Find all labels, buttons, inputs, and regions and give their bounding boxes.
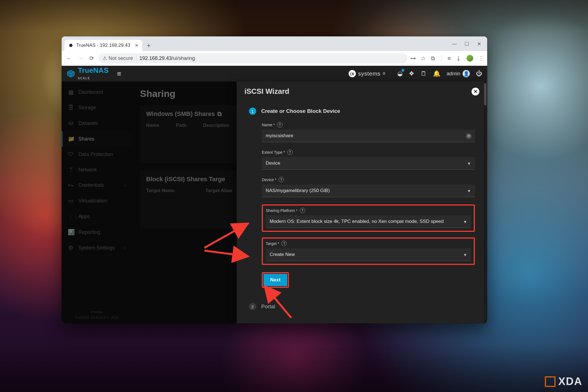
- field-device: Device *? NAS/mygamelibrary (250 GiB) ▼: [262, 177, 475, 197]
- status-icon[interactable]: ◒: [397, 70, 403, 77]
- step-2-title: Portal: [261, 304, 275, 310]
- password-key-icon[interactable]: ⊶: [410, 55, 416, 62]
- close-tab-icon[interactable]: ✕: [135, 43, 138, 48]
- new-tab-button[interactable]: ＋: [144, 41, 153, 50]
- browser-tab[interactable]: TrueNAS - 192.168.29.43 ✕: [64, 40, 142, 51]
- warning-icon: ⚠: [102, 55, 107, 61]
- omnibox[interactable]: ⚠ Not secure 192.168.29.43/ui/sharing: [99, 53, 407, 63]
- clipboard-icon[interactable]: 🗒: [421, 70, 427, 77]
- wizard-step-1-header: 1 Create or Choose Block Device: [249, 108, 475, 115]
- truenas-app: TrueNAS SCALE ≡ iX systems® ◒ ❖ 🗒 🔔 admi…: [62, 66, 487, 323]
- annotation-callout-target: Target *? Create New ▼: [262, 237, 475, 265]
- close-window-icon[interactable]: ✕: [477, 41, 482, 47]
- ixsystems-logo[interactable]: iX systems®: [349, 70, 386, 77]
- kebab-menu-icon[interactable]: ⋮: [478, 55, 484, 62]
- power-icon[interactable]: ⏻: [476, 70, 482, 77]
- minimize-icon[interactable]: ―: [452, 41, 457, 47]
- tab-strip: TrueNAS - 192.168.29.43 ✕ ＋ ― ☐ ✕: [62, 36, 487, 51]
- step-badge-1: 1: [249, 108, 256, 115]
- bell-icon[interactable]: 🔔: [433, 70, 440, 77]
- field-name: Name *? ✕: [262, 122, 475, 142]
- next-button[interactable]: Next: [263, 274, 287, 286]
- browser-window: TrueNAS - 192.168.29.43 ✕ ＋ ― ☐ ✕ ← → ⟳ …: [62, 36, 487, 323]
- layers-icon[interactable]: ❖: [409, 70, 414, 77]
- tab-title: TrueNAS - 192.168.29.43: [76, 43, 130, 48]
- security-chip[interactable]: ⚠ Not secure: [102, 55, 137, 61]
- reload-icon[interactable]: ⟳: [87, 54, 96, 62]
- truenas-logo[interactable]: TrueNAS SCALE: [67, 67, 109, 80]
- back-icon[interactable]: ←: [65, 54, 73, 62]
- sharing-platform-select[interactable]: Modern OS: Extent block size 4k, TPC ena…: [266, 215, 471, 228]
- target-select[interactable]: Create New: [266, 248, 471, 261]
- forward-icon[interactable]: →: [76, 54, 85, 62]
- bookmark-star-icon[interactable]: ☆: [421, 55, 426, 62]
- help-icon[interactable]: ?: [281, 241, 287, 246]
- help-icon[interactable]: ?: [287, 150, 293, 155]
- logo-cube-icon: [67, 69, 75, 78]
- step-badge-2: 2: [249, 303, 256, 310]
- iscsi-wizard-panel: iSCSI Wizard ✕ 1 Create or Choose Block …: [237, 81, 487, 323]
- extensions-icon[interactable]: ⧉: [431, 55, 435, 62]
- favicon-icon: [68, 43, 73, 48]
- help-icon[interactable]: ?: [279, 177, 284, 182]
- app-topbar: TrueNAS SCALE ≡ iX systems® ◒ ❖ 🗒 🔔 admi…: [62, 66, 487, 81]
- reading-list-icon[interactable]: ≡: [447, 55, 451, 62]
- maximize-icon[interactable]: ☐: [464, 41, 469, 47]
- profile-avatar-icon[interactable]: [466, 55, 473, 62]
- user-menu[interactable]: admin 👤: [447, 70, 470, 77]
- xda-watermark: XDA: [545, 375, 582, 388]
- downloads-icon[interactable]: ⭳: [456, 55, 461, 62]
- scrollbar[interactable]: [484, 81, 487, 323]
- scrollbar-thumb[interactable]: [484, 83, 486, 106]
- hamburger-icon[interactable]: ≡: [117, 69, 121, 78]
- help-icon[interactable]: ?: [300, 208, 305, 213]
- extent-type-select[interactable]: Device: [262, 157, 475, 170]
- close-icon[interactable]: ✕: [472, 88, 479, 95]
- clear-input-icon[interactable]: ✕: [466, 133, 472, 139]
- name-input[interactable]: [262, 130, 475, 142]
- step-1-title: Create or Choose Block Device: [261, 108, 340, 114]
- ix-badge-icon: iX: [349, 70, 356, 77]
- addrbar-icons: ⊶ ☆ ⧉ ≡ ⭳ ⋮: [410, 55, 484, 62]
- wizard-title: iSCSI Wizard: [244, 87, 289, 96]
- annotation-callout-platform: Sharing Platform *? Modern OS: Extent bl…: [262, 204, 475, 232]
- address-bar: ← → ⟳ ⚠ Not secure 192.168.29.43/ui/shar…: [62, 51, 487, 66]
- device-select[interactable]: NAS/mygamelibrary (250 GiB): [262, 185, 475, 197]
- url-text: 192.168.29.43/ui/sharing: [139, 55, 195, 61]
- annotation-callout-next: Next: [262, 272, 289, 288]
- help-icon[interactable]: ?: [277, 122, 283, 127]
- window-controls: ― ☐ ✕: [452, 41, 484, 51]
- wizard-step-2-header[interactable]: 2 Portal: [249, 303, 475, 310]
- field-extent-type: Extent Type *? Device ▼: [262, 150, 475, 170]
- avatar-icon: 👤: [463, 70, 470, 77]
